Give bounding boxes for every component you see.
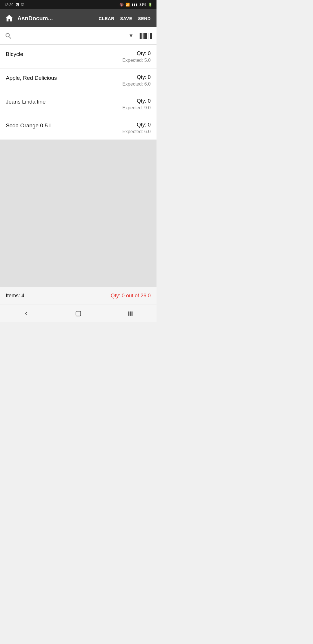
list-item[interactable]: Apple, Red Delicious Qty: 0 Expected: 6.…	[0, 68, 156, 92]
svg-rect-1	[128, 311, 130, 316]
home-nav-button[interactable]	[70, 307, 87, 320]
time: 12:39	[4, 3, 14, 7]
barcode-icon[interactable]	[139, 33, 152, 39]
clear-button[interactable]: CLEAR	[97, 14, 115, 23]
nav-bar	[0, 305, 156, 322]
item-qty-section: Qty: 0 Expected: 9.0	[110, 98, 151, 111]
app-bar-title: AsnDocum...	[17, 15, 94, 22]
svg-rect-3	[132, 311, 133, 316]
screen: 12:39 🖼 ☑ 🔇 📶 ▮▮▮ 81% 🔋 AsnDocum... CLEA…	[0, 0, 156, 322]
item-expected: Expected: 6.0	[110, 129, 151, 134]
search-input[interactable]	[15, 33, 123, 39]
item-qty: Qty: 0	[110, 74, 151, 80]
list-item[interactable]: Soda Orange 0.5 L Qty: 0 Expected: 6.0	[0, 116, 156, 140]
footer-qty-label: Qty: 0 out of 26.0	[111, 293, 151, 299]
search-icon[interactable]	[5, 32, 12, 40]
item-name: Jeans Linda line	[6, 98, 46, 105]
list-item[interactable]: Jeans Linda line Qty: 0 Expected: 9.0	[0, 92, 156, 116]
list-item[interactable]: Bicycle Qty: 0 Expected: 5.0	[0, 45, 156, 68]
item-name: Apple, Red Delicious	[6, 74, 57, 81]
empty-area	[0, 140, 156, 287]
save-button[interactable]: SAVE	[119, 14, 134, 23]
status-right: 🔇 📶 ▮▮▮ 81% 🔋	[119, 3, 152, 7]
app-bar: AsnDocum... CLEAR SAVE SEND	[0, 9, 156, 27]
dropdown-arrow-icon[interactable]: ▼	[126, 33, 136, 39]
status-left: 12:39 🖼 ☑	[4, 3, 24, 7]
mute-icon: 🔇	[119, 3, 124, 7]
content: ▼ Bicycle Qty: 0 Expected: 5.0	[0, 27, 156, 305]
check-icon: ☑	[21, 3, 24, 7]
item-expected: Expected: 5.0	[110, 58, 151, 63]
item-expected: Expected: 9.0	[110, 105, 151, 111]
battery-pct: 81%	[139, 3, 146, 7]
recents-button[interactable]	[122, 307, 139, 320]
signal-icon: ▮▮▮	[132, 3, 138, 7]
battery-icon: 🔋	[148, 3, 152, 7]
item-name: Bicycle	[6, 50, 23, 57]
status-bar: 12:39 🖼 ☑ 🔇 📶 ▮▮▮ 81% 🔋	[0, 0, 156, 9]
home-icon[interactable]	[5, 14, 14, 23]
back-button[interactable]	[17, 307, 35, 320]
item-qty: Qty: 0	[110, 98, 151, 104]
item-list: Bicycle Qty: 0 Expected: 5.0 Apple, Red …	[0, 45, 156, 140]
svg-rect-0	[76, 311, 81, 316]
item-qty-section: Qty: 0 Expected: 6.0	[110, 74, 151, 87]
item-qty: Qty: 0	[110, 50, 151, 57]
footer-items-label: Items: 4	[6, 293, 24, 299]
image-icon: 🖼	[15, 3, 19, 7]
wifi-icon: 📶	[125, 3, 130, 7]
svg-rect-2	[130, 311, 131, 316]
send-button[interactable]: SEND	[137, 14, 152, 23]
item-expected: Expected: 6.0	[110, 82, 151, 87]
footer-summary: Items: 4 Qty: 0 out of 26.0	[0, 287, 156, 305]
item-qty-section: Qty: 0 Expected: 6.0	[110, 122, 151, 134]
item-qty: Qty: 0	[110, 122, 151, 128]
item-qty-section: Qty: 0 Expected: 5.0	[110, 50, 151, 63]
search-bar: ▼	[0, 27, 156, 45]
item-name: Soda Orange 0.5 L	[6, 122, 52, 129]
